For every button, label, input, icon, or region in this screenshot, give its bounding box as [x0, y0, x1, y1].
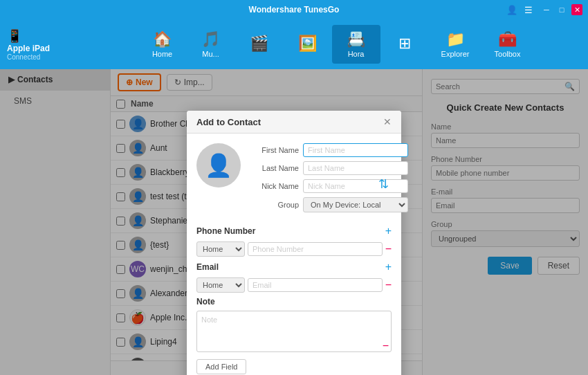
nav-photos[interactable]: 🖼️: [284, 29, 332, 60]
email-remove-icon[interactable]: −: [385, 279, 392, 291]
user-controls: 👤 ☰: [506, 5, 533, 15]
last-name-row: Last Name: [250, 161, 408, 175]
last-name-input[interactable]: [303, 161, 408, 175]
modal-overlay: Add to Contact ✕ 👤 First Name Last Name: [0, 69, 588, 375]
phone-add-icon[interactable]: +: [385, 225, 392, 237]
nav-music[interactable]: 🎵 Mu...: [187, 25, 235, 64]
nick-name-input[interactable]: [303, 179, 408, 193]
add-field-button[interactable]: Add Field: [196, 359, 246, 374]
main-area: ▶ Contacts SMS ⊕ New ↻ Imp... Name: [0, 69, 588, 375]
modal-avatar-section: 👤 First Name Last Name Nick Name: [196, 143, 392, 217]
note-section-label: Note: [196, 297, 215, 307]
modal-close-button[interactable]: ✕: [383, 116, 392, 127]
group-label: Group: [250, 201, 299, 209]
email-input-row: Home −: [196, 277, 392, 293]
note-remove-icon[interactable]: −: [383, 340, 389, 352]
nav-contacts[interactable]: 📇 Hora: [332, 25, 380, 64]
nav-explorer[interactable]: 📁 Explorer: [429, 25, 482, 64]
device-status: Connected: [7, 53, 40, 61]
phone-remove-icon[interactable]: −: [385, 243, 392, 255]
note-section-header: Note: [196, 297, 392, 307]
apps-icon: ⊞: [398, 35, 411, 53]
phone-type-select[interactable]: Home: [196, 241, 245, 257]
video-icon: 🎬: [250, 35, 268, 53]
music-icon: 🎵: [201, 30, 220, 48]
menu-icon[interactable]: ☰: [524, 5, 533, 15]
add-contact-modal: Add to Contact ✕ 👤 First Name Last Name: [187, 111, 401, 375]
nav-home[interactable]: 🏠 Home: [138, 25, 187, 64]
close-button[interactable]: ✕: [571, 4, 582, 15]
phone-section-header: Phone Number +: [196, 225, 392, 237]
email-section-header: Email +: [196, 261, 392, 273]
explorer-icon: 📁: [446, 30, 465, 48]
user-icon[interactable]: 👤: [506, 5, 517, 15]
modal-avatar: 👤: [196, 143, 241, 188]
nav-toolbox-label: Toolbox: [495, 50, 521, 58]
device-info: 📱 Apple iPad Connected: [7, 28, 90, 61]
nick-name-label: Nick Name: [250, 182, 299, 190]
photos-icon: 🖼️: [298, 35, 317, 53]
note-textarea[interactable]: [196, 311, 392, 352]
first-name-label: First Name: [250, 146, 299, 154]
phone-input-row: Home −: [196, 241, 392, 257]
contacts-icon: 📇: [347, 30, 365, 48]
maximize-button[interactable]: □: [556, 4, 567, 15]
nav-explorer-label: Explorer: [441, 50, 470, 58]
note-container: −: [196, 311, 392, 355]
nav-contacts-label: Hora: [348, 50, 365, 58]
home-icon: 🏠: [153, 30, 172, 48]
modal-body: 👤 First Name Last Name Nick Name: [187, 134, 401, 375]
nav-video[interactable]: 🎬: [235, 29, 284, 60]
topnav: 📱 Apple iPad Connected 🏠 Home 🎵 Mu... 🎬 …: [0, 19, 588, 69]
nav-music-label: Mu...: [202, 50, 219, 58]
app-title: Wondershare TunesGo: [249, 5, 340, 15]
modal-title: Add to Contact: [196, 117, 261, 127]
modal-header: Add to Contact ✕: [187, 111, 401, 134]
last-name-label: Last Name: [250, 164, 299, 172]
nav-home-label: Home: [152, 50, 172, 58]
first-name-row: First Name: [250, 143, 408, 157]
toolbox-icon: 🧰: [498, 30, 517, 48]
nav-apps[interactable]: ⊞: [380, 29, 429, 60]
sync-icon[interactable]: ⇅: [378, 176, 389, 192]
email-type-select[interactable]: Home: [196, 277, 245, 293]
first-name-input[interactable]: [303, 143, 408, 157]
device-name: Apple iPad: [7, 44, 50, 53]
group-select[interactable]: On My Device: Local: [303, 197, 408, 212]
phone-section-label: Phone Number: [196, 226, 255, 236]
email-add-icon[interactable]: +: [385, 261, 392, 273]
email-section-label: Email: [196, 262, 219, 272]
window-controls: ─ □ ✕: [541, 4, 582, 15]
nav-items: 🏠 Home 🎵 Mu... 🎬 🖼️ 📇 Hora ⊞ 📁 Explorer: [90, 25, 581, 64]
nav-toolbox[interactable]: 🧰 Toolbox: [482, 25, 533, 64]
minimize-button[interactable]: ─: [541, 4, 552, 15]
email-input[interactable]: [248, 278, 383, 292]
titlebar: Wondershare TunesGo 👤 ☰ ─ □ ✕: [0, 0, 588, 19]
group-row: Group On My Device: Local: [250, 197, 408, 212]
phone-number-input[interactable]: [248, 242, 383, 256]
device-icon: 📱: [7, 28, 22, 44]
